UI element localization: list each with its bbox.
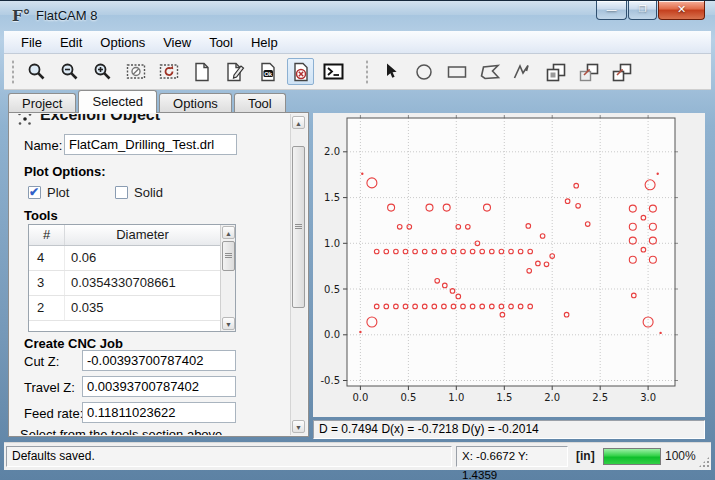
tab-project[interactable]: Project — [8, 93, 76, 113]
tool-diameter: 0.035 — [65, 296, 220, 320]
delete-object-icon[interactable] — [287, 58, 314, 85]
copy-objects-icon[interactable] — [542, 58, 569, 85]
measurement-readout: D = 0.7494 D(x) = -0.7218 D(y) = -0.2014 — [313, 420, 705, 439]
cursor-coordinates: X: -0.6672 Y: 1.4359 — [456, 446, 568, 467]
svg-text:1.0: 1.0 — [448, 392, 464, 403]
plot-canvas[interactable]: 0.00.51.01.52.02.53.0-0.50.00.51.01.52.0 — [313, 113, 705, 417]
svg-text:0.0: 0.0 — [324, 329, 340, 340]
excellon-object-icon — [16, 114, 34, 128]
svg-text:1.5: 1.5 — [324, 192, 340, 203]
tools-table-header: # Diameter — [29, 225, 235, 246]
tool-diameter: 0.06 — [65, 246, 220, 270]
draw-polyline-icon[interactable] — [509, 58, 536, 85]
duplicate-geometry-icon[interactable] — [608, 58, 635, 85]
maximize-button[interactable]: ❐ — [628, 1, 657, 20]
menu-tool[interactable]: Tool — [200, 33, 242, 52]
draw-rectangle-icon[interactable] — [443, 58, 470, 85]
svg-text:2.0: 2.0 — [544, 392, 560, 403]
draw-polygon-icon[interactable] — [476, 58, 503, 85]
scrollbar-thumb[interactable] — [222, 241, 235, 271]
feed-rate-label: Feed rate: — [24, 406, 83, 421]
units-label: [in] — [576, 449, 595, 463]
zoom-in-icon[interactable] — [89, 58, 116, 85]
tool-row[interactable]: 3 0.0354330708661 — [29, 271, 235, 296]
tool-row[interactable]: 4 0.06 — [29, 246, 235, 271]
feed-rate-input[interactable] — [82, 402, 236, 423]
cut-z-input[interactable] — [82, 350, 236, 371]
selected-tab-panel: Excellon Object Name: Plot Options: Plot… — [8, 112, 309, 437]
copy-geometry-icon[interactable] — [575, 58, 602, 85]
progress-bar-fill — [604, 449, 660, 464]
name-input[interactable] — [64, 134, 237, 155]
notebook-tabs: Project Selected Options Tool — [8, 90, 288, 113]
flatcam-window: F° FlatCAM 8 — ❐ ✕ File Edit Options Vie… — [0, 0, 715, 480]
scroll-up-icon[interactable]: ▲ — [292, 116, 305, 129]
name-label: Name: — [24, 138, 62, 153]
tool-number: 4 — [29, 246, 65, 270]
status-message: Defaults saved. — [6, 446, 452, 467]
progress-bar — [603, 448, 661, 465]
tool-diameter: 0.0354330708661 — [65, 271, 220, 295]
svg-text:3.0: 3.0 — [640, 392, 656, 403]
scroll-down-icon[interactable]: ▼ — [222, 317, 235, 330]
svg-text:0.5: 0.5 — [324, 284, 340, 295]
shell-icon[interactable] — [320, 58, 347, 85]
travel-z-label: Travel Z: — [24, 380, 75, 395]
plot-checkbox[interactable] — [28, 186, 41, 199]
toolbar-drag-handle[interactable] — [364, 59, 370, 85]
tools-hint-text: Select from the tools section above — [20, 427, 222, 435]
tab-selected[interactable]: Selected — [78, 90, 157, 113]
panel-title: Excellon Object — [40, 114, 160, 124]
tools-label: Tools — [24, 208, 58, 223]
window-title: FlatCAM 8 — [36, 8, 97, 23]
svg-text:0.5: 0.5 — [400, 392, 416, 403]
plot-area: 0.00.51.01.52.02.53.0-0.50.00.51.01.52.0 — [313, 113, 705, 417]
scroll-up-icon[interactable]: ▲ — [222, 226, 235, 239]
col-header-number[interactable]: # — [29, 225, 65, 245]
menu-help[interactable]: Help — [242, 33, 287, 52]
travel-z-input[interactable] — [82, 376, 236, 397]
zoom-out-icon[interactable] — [56, 58, 83, 85]
solid-checkbox[interactable] — [115, 186, 128, 199]
svg-text:1.0: 1.0 — [324, 238, 340, 249]
scrollbar-thumb[interactable] — [292, 146, 305, 308]
status-bar: Defaults saved. X: -0.6672 Y: 1.4359 [in… — [4, 442, 711, 470]
tab-options[interactable]: Options — [159, 93, 232, 113]
close-button[interactable]: ✕ — [658, 1, 705, 20]
zoom-fit-icon[interactable] — [23, 58, 50, 85]
tool-row[interactable]: 2 0.035 — [29, 296, 235, 321]
col-header-diameter[interactable]: Diameter — [65, 225, 235, 245]
menu-options[interactable]: Options — [91, 33, 154, 52]
tools-table-scrollbar[interactable]: ▲ ▼ — [220, 225, 235, 331]
plot-checkbox-label: Plot — [47, 185, 69, 200]
import-ok-icon[interactable]: Ok — [254, 58, 281, 85]
cut-z-label: Cut Z: — [24, 354, 59, 369]
solid-checkbox-label: Solid — [134, 185, 163, 200]
tool-number: 2 — [29, 296, 65, 320]
panel-scrollbar[interactable]: ▲ ▼ — [290, 114, 307, 435]
title-bar[interactable]: F° FlatCAM 8 — ❐ ✕ — [0, 1, 715, 30]
toolbar-drag-handle[interactable] — [10, 59, 16, 85]
flatcam-logo-icon: F° — [12, 7, 29, 24]
scroll-down-icon[interactable]: ▼ — [292, 420, 305, 433]
draw-circle-icon[interactable] — [410, 58, 437, 85]
tab-tool[interactable]: Tool — [234, 93, 286, 113]
menu-view[interactable]: View — [154, 33, 200, 52]
svg-text:1.5: 1.5 — [496, 392, 512, 403]
replot-icon[interactable] — [155, 58, 182, 85]
plot-options-label: Plot Options: — [24, 164, 106, 179]
menu-edit[interactable]: Edit — [51, 33, 91, 52]
main-toolbar: Ok — [4, 54, 711, 90]
tools-table: # Diameter 4 0.06 3 0.0354330708661 2 0.… — [28, 224, 236, 332]
open-project-icon[interactable] — [221, 58, 248, 85]
menu-file[interactable]: File — [12, 33, 51, 52]
tool-number: 3 — [29, 271, 65, 295]
cnc-section-label: Create CNC Job — [24, 336, 123, 351]
new-project-icon[interactable] — [188, 58, 215, 85]
svg-text:2.0: 2.0 — [324, 146, 340, 157]
svg-text:0.0: 0.0 — [352, 392, 368, 403]
clear-plot-icon[interactable] — [122, 58, 149, 85]
resize-grip-icon[interactable] — [698, 456, 710, 468]
minimize-button[interactable]: — — [596, 1, 627, 20]
select-tool-icon[interactable] — [377, 58, 404, 85]
